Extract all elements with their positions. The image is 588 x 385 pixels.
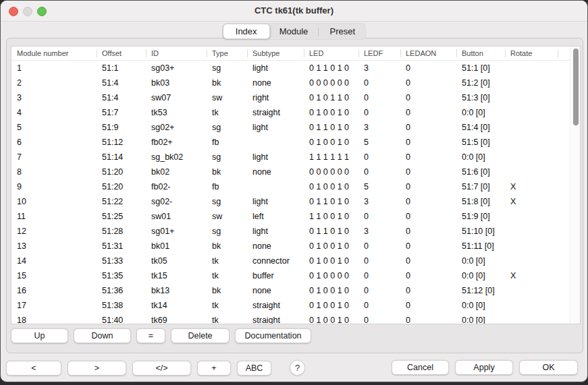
tab-module[interactable]: Module [270,24,318,38]
dialog-window: CTC tk61(tk buffer) Index Module Preset … [0,0,588,382]
tab-segmented-control: Index Module Preset [222,23,367,40]
abc-button[interactable]: ABC [237,361,271,376]
table-row[interactable]: 1851:40 tk69tk straight0 1 0 0 1 0 00 0:… [11,313,570,324]
col-header-type[interactable]: Type [207,47,247,61]
table-row[interactable]: 1751:38 tk14tk straight0 1 0 0 1 0 00 0:… [11,298,570,313]
table-row[interactable]: 1451:33 tk05tk connector0 1 0 0 1 0 00 0… [11,254,570,268]
help-button[interactable]: ? [290,360,305,376]
col-header-subtype[interactable]: Subtype [247,47,304,61]
table-row[interactable]: 651:12 fb02+fb 0 1 0 0 1 0 50 51:5 [0] [11,135,570,150]
table-row[interactable]: 551:9 sg02+sg light0 1 1 0 1 0 30 51:4 [… [11,120,570,135]
table-row[interactable]: 1051:22 sg02-sg light0 1 1 0 1 0 30 51:8… [11,194,570,209]
ok-button[interactable]: OK [519,360,578,375]
col-header-filler [558,47,570,61]
table-row[interactable]: 1651:36 bk13bk none0 1 0 0 1 0 00 51:12 … [11,283,570,298]
footer-left-buttons: < > </> + ABC ? [6,360,305,376]
module-table: Module number Offset ID Type Subtype LED… [11,46,581,324]
table-header-row: Module number Offset ID Type Subtype LED… [11,47,570,61]
table-row[interactable]: 151:1 sg03+sg light0 1 1 0 1 0 30 51:1 [… [11,61,570,76]
add-button[interactable]: + [197,361,231,376]
up-button[interactable]: Up [11,328,68,343]
col-header-ledaon[interactable]: LEDAON [400,47,456,61]
tab-divider [318,28,319,36]
dialog-footer: < > </> + ABC ? Cancel Apply OK [6,360,578,376]
table-row[interactable]: 851:20 bk02bk none0 0 0 0 0 0 00 51:6 [0… [11,165,570,179]
list-action-buttons: Up Down = Delete Documentation [11,328,311,343]
col-header-module-number[interactable]: Module number [11,47,97,61]
documentation-button[interactable]: Documentation [235,328,311,343]
table-row[interactable]: 251:4 bk03bk none0 0 0 0 0 0 00 51:2 [0] [11,76,570,90]
scrollbar-thumb[interactable] [573,49,579,125]
equals-button[interactable]: = [136,328,165,343]
col-header-offset[interactable]: Offset [97,47,146,61]
col-header-button[interactable]: Button [456,47,505,61]
cancel-button[interactable]: Cancel [392,360,449,375]
col-header-id[interactable]: ID [146,47,207,61]
tab-preset[interactable]: Preset [319,24,365,38]
table-row[interactable]: 951:20 fb02-fb 0 1 0 0 1 0 50 51:7 [0]X [11,179,570,194]
down-button[interactable]: Down [74,328,131,343]
col-header-led[interactable]: LED [304,47,358,61]
prev-button[interactable]: < [6,361,61,376]
table-row[interactable]: 351:4 sw07sw right0 1 0 1 1 0 00 51:3 [0… [11,90,570,105]
window-title: CTC tk61(tk buffer) [1,1,587,21]
table-row[interactable]: 451:7 tk53tk straight0 1 0 0 1 0 00 0:0 … [11,105,570,120]
title-bar: CTC tk61(tk buffer) [1,1,587,22]
table-row[interactable]: 751:14 sg_bk02sg light1 1 1 1 1 1 00 0:0… [11,150,570,165]
table-row[interactable]: 1551:35 tk15tk buffer0 1 0 0 0 0 00 0:0 … [11,268,570,283]
apply-button[interactable]: Apply [455,360,513,375]
table-row[interactable]: 1151:25 sw01sw left1 1 0 0 1 0 00 51:9 [… [11,209,570,224]
footer-right-buttons: Cancel Apply OK [392,360,578,375]
tab-index[interactable]: Index [223,24,270,39]
table-row[interactable]: 1251:28 sg01+sg light0 1 1 0 1 0 30 51:1… [11,224,570,239]
vertical-scrollbar[interactable] [570,47,580,324]
delete-button[interactable]: Delete [171,328,230,343]
col-header-ledf[interactable]: LEDF [358,47,400,61]
col-header-rotate[interactable]: Rotate [505,47,558,61]
table-row[interactable]: 1351:31 bk01bk none0 1 0 0 1 0 00 51:11 … [11,239,570,254]
tab-content-pane: Module number Offset ID Type Subtype LED… [6,38,583,353]
next-button[interactable]: > [68,361,126,376]
code-button[interactable]: </> [132,361,191,376]
table-body: 151:1 sg03+sg light0 1 1 0 1 0 30 51:1 [… [11,61,570,325]
